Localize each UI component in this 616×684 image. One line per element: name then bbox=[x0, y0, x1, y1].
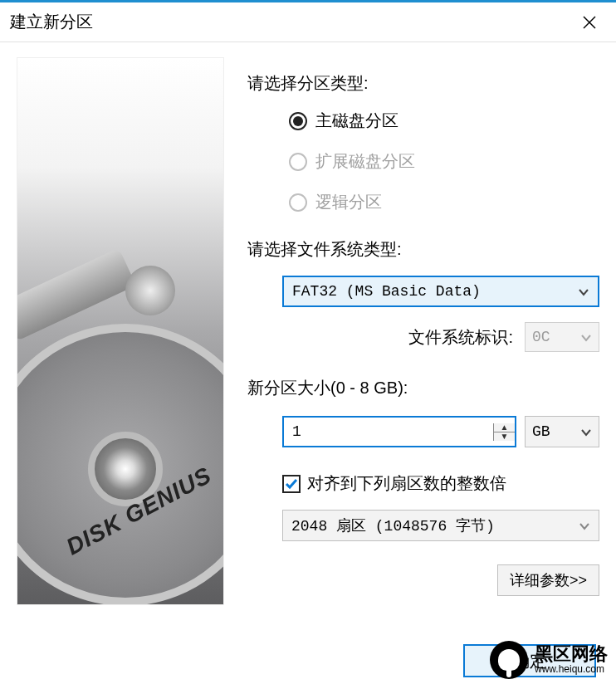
size-unit-select[interactable]: GB bbox=[525, 416, 599, 447]
advanced-button[interactable]: 详细参数>> bbox=[497, 564, 599, 596]
radio-logical-label: 逻辑分区 bbox=[315, 191, 382, 213]
fs-id-value: 0C bbox=[532, 329, 550, 345]
size-spinner: ▲ ▼ bbox=[493, 423, 515, 441]
dialog-footer: 确定 bbox=[0, 644, 616, 677]
chevron-down-icon bbox=[579, 520, 590, 531]
radio-icon bbox=[289, 153, 307, 171]
align-select[interactable]: 2048 扇区 (1048576 字节) bbox=[282, 510, 599, 541]
align-value: 2048 扇区 (1048576 字节) bbox=[291, 515, 495, 535]
fs-id-select: 0C bbox=[525, 322, 599, 352]
close-button[interactable] bbox=[573, 6, 606, 39]
fs-type-label: 请选择文件系统类型: bbox=[247, 238, 599, 261]
spinner-up[interactable]: ▲ bbox=[494, 423, 515, 432]
sidebar-illustration: DISK GENIUS bbox=[17, 57, 224, 605]
align-checkbox-label: 对齐到下列扇区数的整数倍 bbox=[307, 472, 506, 495]
fs-id-label: 文件系统标识: bbox=[408, 326, 513, 349]
size-unit-value: GB bbox=[532, 423, 550, 440]
fs-type-select[interactable]: FAT32 (MS Basic Data) bbox=[282, 276, 599, 307]
size-label: 新分区大小(0 - 8 GB): bbox=[247, 377, 599, 399]
titlebar: 建立新分区 bbox=[0, 2, 616, 42]
radio-extended-label: 扩展磁盘分区 bbox=[315, 150, 415, 173]
fs-type-value: FAT32 (MS Basic Data) bbox=[292, 283, 481, 300]
spinner-down[interactable]: ▼ bbox=[494, 432, 515, 441]
partition-type-group: 主磁盘分区 扩展磁盘分区 逻辑分区 bbox=[289, 110, 599, 213]
close-icon bbox=[581, 14, 598, 31]
advanced-button-label: 详细参数>> bbox=[510, 570, 587, 590]
size-input[interactable] bbox=[284, 423, 493, 440]
check-icon bbox=[285, 477, 298, 491]
ok-button-label: 确定 bbox=[513, 652, 546, 670]
chevron-down-icon bbox=[580, 331, 592, 343]
radio-primary-label: 主磁盘分区 bbox=[315, 110, 398, 132]
chevron-down-icon bbox=[578, 286, 589, 297]
checkbox-icon bbox=[282, 475, 301, 493]
radio-logical: 逻辑分区 bbox=[289, 191, 599, 213]
chevron-down-icon bbox=[580, 426, 592, 437]
ok-button[interactable]: 确定 bbox=[463, 644, 596, 677]
radio-primary[interactable]: 主磁盘分区 bbox=[289, 110, 599, 132]
window-title: 建立新分区 bbox=[10, 11, 573, 33]
partition-type-label: 请选择分区类型: bbox=[247, 72, 599, 95]
form-area: 请选择分区类型: 主磁盘分区 扩展磁盘分区 逻辑分区 请选择文件系统类型: FA… bbox=[247, 57, 599, 605]
radio-icon bbox=[289, 112, 307, 130]
size-input-wrap: ▲ ▼ bbox=[282, 416, 516, 447]
align-checkbox-row[interactable]: 对齐到下列扇区数的整数倍 bbox=[282, 472, 599, 495]
radio-icon bbox=[289, 193, 307, 212]
radio-extended: 扩展磁盘分区 bbox=[289, 150, 599, 173]
